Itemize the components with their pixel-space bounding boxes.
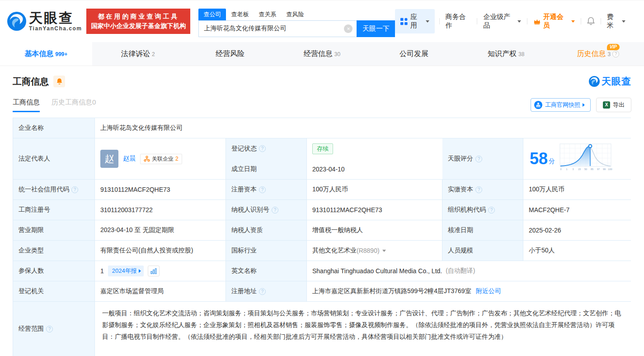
caret-down-icon — [571, 20, 575, 23]
authority-label: 登记机关 — [13, 281, 95, 301]
subtab-row: 工商信息 历史工商信息0 工商官网快照 X 导出 — [13, 96, 631, 114]
org-code-label: 组织机构代码 ? — [442, 200, 523, 220]
table-row: 参保人数 1 2024年报 英文名称 — [13, 261, 630, 281]
help-icon[interactable]: ? — [259, 145, 266, 152]
menu-cooperation[interactable]: 商务合作 — [440, 13, 477, 30]
table-row: 经营范围 ? 一般项目：组织文化艺术交流活动；咨询策划服务；项目策划与公关服务；… — [13, 302, 630, 356]
official-snapshot-button[interactable]: 工商官网快照 — [531, 98, 591, 112]
score-value: 58 — [530, 151, 548, 167]
approval-date-label: 核准日期 — [442, 220, 523, 240]
address-cell: 上海市嘉定区真新新村街道万镇路599号2幢4层JT3769室 附近公司 — [307, 281, 631, 301]
apps-grid-icon — [400, 18, 408, 25]
help-icon[interactable]: ? — [475, 186, 482, 193]
annual-report-badge[interactable]: 2024年报 — [108, 266, 144, 276]
tianyancha-watermark-icon — [589, 76, 600, 87]
table-row: 登记机关 嘉定区市场监督管理局 注册地址 ? 上海市嘉定区真新新村街道万镇路59… — [13, 281, 630, 302]
chevron-down-icon[interactable] — [382, 250, 386, 252]
clear-search-icon[interactable]: × — [344, 24, 353, 33]
company-type-value: 有限责任公司(自然人投资或控股) — [95, 241, 226, 261]
help-icon[interactable]: ? — [272, 207, 278, 214]
legal-rep-name-link[interactable]: 赵晨 — [123, 155, 136, 163]
export-button[interactable]: X 导出 — [596, 98, 631, 112]
scope-label: 经营范围 ? — [13, 302, 95, 356]
apps-label: 应用 — [410, 13, 423, 30]
status-badge: 存续 — [312, 143, 333, 154]
username: 费米 — [606, 13, 619, 30]
search-block: 查公司 查老板 查关系 查风险 × 天眼一下 — [198, 9, 395, 37]
score-distribution-chart: 0 1 3 15 50 85 97 99 100 — [559, 141, 616, 176]
menu-enterprise[interactable]: 企业级产品 — [477, 13, 527, 30]
tab-basic-info[interactable]: 基本信息 999+ — [0, 42, 92, 66]
staff-size-label: 人员规模 — [442, 241, 523, 261]
address-value: 上海市嘉定区真新新村街道万镇路599号2幢4层JT3769室 — [312, 287, 471, 295]
tab-legal[interactable]: 法律诉讼 2 — [92, 42, 184, 66]
org-code-value: MACF2QHE-7 — [523, 200, 631, 220]
tab-intellectual-property[interactable]: 知识产权 38 — [460, 42, 552, 66]
business-info-table: 企业名称 上海听花岛文化传媒有限公司 法定代表人 赵 赵晨 — [13, 118, 631, 356]
excel-icon: X — [603, 101, 610, 109]
crown-icon — [533, 18, 541, 25]
legal-rep-label: 法定代表人 — [13, 138, 95, 179]
english-name-value: Shanghai Tinghuadao Cultural Media Co., … — [312, 267, 442, 275]
paid-capital-value: 100万人民币 — [523, 180, 631, 199]
help-icon[interactable]: ? — [475, 156, 482, 162]
caret-down-icon — [517, 20, 521, 23]
subscribe-bell-icon[interactable] — [53, 76, 65, 87]
insured-trend-button[interactable] — [148, 266, 160, 276]
search-input[interactable] — [198, 20, 357, 37]
menu-open-vip[interactable]: 开通会员 — [527, 13, 581, 30]
tab-operation-risk[interactable]: 经营风险 — [184, 42, 276, 66]
auto-translate-note: (自动翻译) — [446, 267, 475, 275]
uscc-label: 统一社会信用代码 ? — [13, 180, 95, 199]
svg-text:0: 0 — [560, 168, 561, 171]
industry-value: 其他文化艺术业 — [312, 247, 357, 255]
reg-capital-value: 100万人民币 — [307, 180, 442, 199]
insured-cell: 1 2024年报 — [95, 261, 226, 281]
svg-text:97: 97 — [597, 168, 600, 171]
reg-status-label: 登记状态 ? — [226, 138, 307, 159]
subtab-business-info[interactable]: 工商信息 — [13, 98, 40, 112]
table-row: 工商注册号 310112003177722 纳税人识别号 ? 91310112M… — [13, 200, 630, 220]
search-tab-boss[interactable]: 查老板 — [226, 9, 254, 20]
search-tab-relation[interactable]: 查关系 — [254, 9, 281, 20]
tab-history-info[interactable]: VIP 历史信息 3 ? — [552, 42, 644, 66]
score-label-cell: 天眼评分 ? — [442, 138, 523, 179]
help-icon[interactable]: ? — [259, 288, 266, 295]
help-icon[interactable]: ? — [46, 326, 53, 332]
company-type-label: 企业类型 — [13, 241, 95, 261]
watermark-logo: 天眼查 — [589, 75, 631, 88]
help-icon[interactable]: ? — [259, 186, 266, 193]
search-button[interactable]: 天眼一下 — [357, 20, 395, 37]
apps-menu[interactable]: 应用 — [395, 9, 434, 33]
tab-operation-info[interactable]: 经营信息 30 — [276, 42, 368, 66]
help-icon[interactable]: ? — [612, 51, 619, 57]
reg-no-value: 310112003177722 — [95, 200, 226, 220]
top-menu: 应用 商务合作 企业级产品 开通会员 — [395, 9, 631, 33]
site-logo[interactable]: 天眼查 TianYanCha.com — [7, 11, 82, 32]
approval-date-value: 2025-02-26 — [523, 220, 631, 240]
legal-rep-avatar: 赵 — [100, 150, 118, 168]
company-name-label: 企业名称 — [13, 118, 95, 138]
address-label: 注册地址 ? — [226, 281, 307, 301]
notification-bell-icon[interactable] — [581, 17, 601, 26]
search-tab-company[interactable]: 查公司 — [198, 9, 226, 20]
score-axis-ticks: 0 1 3 15 50 85 97 99 100 — [560, 168, 612, 171]
org-chart-icon — [144, 156, 150, 162]
help-icon[interactable]: ? — [488, 207, 495, 214]
taxpayer-quality-label: 纳税人资质 — [226, 220, 307, 240]
staff-size-value: 小于50人 — [523, 241, 631, 261]
bar-chart-icon — [150, 268, 157, 274]
vip-badge: VIP — [607, 44, 620, 50]
related-companies-badge[interactable]: 关联企业 2 — [140, 154, 182, 164]
tab-company-development[interactable]: 公司发展 — [368, 42, 460, 66]
subtab-history-business-info[interactable]: 历史工商信息0 — [52, 98, 96, 112]
score-cell: 58 分 — [523, 138, 631, 179]
table-row: 企业名称 上海听花岛文化传媒有限公司 — [13, 118, 630, 138]
user-menu[interactable]: 费米 — [601, 13, 631, 30]
industry-label: 国标行业 — [226, 241, 307, 261]
help-icon[interactable]: ? — [71, 186, 78, 193]
search-tab-risk[interactable]: 查风险 — [281, 9, 309, 20]
nearby-companies-link[interactable]: 附近公司 — [476, 287, 501, 295]
slogan-line-1: 都在用的商业查询工具 — [91, 12, 186, 21]
score-unit: 分 — [549, 157, 555, 166]
